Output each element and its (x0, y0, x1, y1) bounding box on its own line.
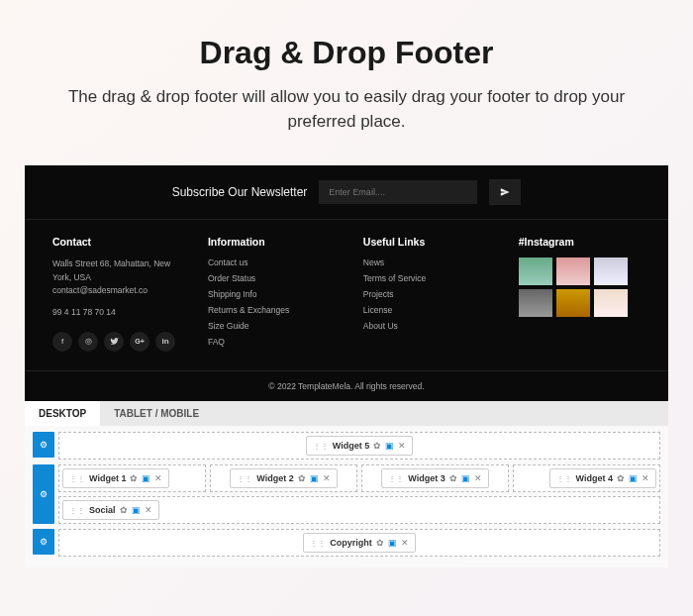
copyright-text: © 2022 TemplateMela. All rights reserved… (25, 370, 668, 401)
close-icon[interactable]: ✕ (474, 473, 482, 483)
info-link[interactable]: Order Status (208, 273, 344, 283)
instagram-tile[interactable] (594, 289, 628, 317)
widget-chip[interactable]: ⋮⋮ Copyright ✿ ▣ ✕ (303, 533, 416, 553)
instagram-icon[interactable]: ◎ (78, 332, 98, 352)
instagram-title: #Instagram (519, 236, 641, 248)
widget-label: Widget 5 (333, 441, 369, 451)
send-icon (500, 185, 510, 200)
grip-icon: ⋮⋮ (556, 474, 572, 483)
grip-icon: ⋮⋮ (237, 474, 252, 483)
useful-link[interactable]: News (363, 257, 499, 267)
linkedin-icon[interactable]: in (155, 332, 175, 352)
info-link[interactable]: Shipping Info (208, 289, 344, 299)
gear-icon[interactable]: ✿ (298, 473, 306, 483)
twitter-icon[interactable] (104, 332, 124, 352)
close-icon[interactable]: ✕ (323, 473, 331, 483)
newsletter-input[interactable] (319, 180, 477, 204)
instagram-tile[interactable] (519, 289, 552, 317)
widget-label: Social (89, 505, 116, 515)
widget-label: Widget 1 (89, 473, 126, 483)
widget-chip[interactable]: ⋮⋮ Widget 2 ✿ ▣ ✕ (230, 468, 337, 488)
dropzone[interactable]: ⋮⋮ Social ✿ ▣ ✕ (58, 496, 660, 524)
dropzone[interactable]: ⋮⋮ Widget 4 ✿ ▣ ✕ (513, 464, 660, 492)
gear-icon[interactable]: ✿ (617, 473, 625, 483)
row-handle[interactable]: ⚙ (33, 432, 54, 458)
dup-icon[interactable]: ▣ (388, 538, 397, 548)
close-icon[interactable]: ✕ (398, 441, 406, 451)
googleplus-icon[interactable]: G+ (130, 332, 149, 352)
contact-address: Walls Street 68, Mahattan, New York, USA (52, 257, 188, 284)
dup-icon[interactable]: ▣ (310, 473, 319, 483)
dropzone[interactable]: ⋮⋮ Copyright ✿ ▣ ✕ (58, 529, 660, 557)
grip-icon: ⋮⋮ (313, 442, 329, 451)
information-title: Information (208, 236, 344, 248)
page-subtitle: The drag & drop footer will allow you to… (25, 85, 668, 134)
newsletter-submit-button[interactable] (489, 179, 521, 205)
footer-col-instagram: #Instagram (519, 236, 641, 353)
widget-label: Widget 3 (408, 473, 445, 483)
dup-icon[interactable]: ▣ (629, 473, 638, 483)
contact-title: Contact (52, 236, 188, 248)
gear-icon: ⚙ (40, 440, 48, 450)
useful-title: Useful Links (363, 236, 499, 248)
close-icon[interactable]: ✕ (154, 473, 162, 483)
gear-icon[interactable]: ✿ (373, 441, 381, 451)
info-link[interactable]: FAQ (208, 337, 344, 347)
newsletter-bar: Subscribe Our Newsletter (25, 165, 668, 220)
useful-link[interactable]: Projects (363, 289, 499, 299)
gear-icon[interactable]: ✿ (120, 505, 128, 515)
useful-link[interactable]: About Us (363, 321, 499, 331)
useful-link[interactable]: License (363, 305, 499, 315)
instagram-tile[interactable] (556, 257, 590, 285)
tab-desktop[interactable]: DESKTOP (25, 401, 100, 426)
useful-link[interactable]: Terms of Service (363, 273, 499, 283)
row-handle[interactable]: ⚙ (33, 529, 54, 555)
instagram-tile[interactable] (556, 289, 590, 317)
grip-icon: ⋮⋮ (69, 474, 85, 483)
widget-chip[interactable]: ⋮⋮ Widget 3 ✿ ▣ ✕ (381, 468, 488, 488)
instagram-tile[interactable] (519, 257, 552, 285)
widget-chip[interactable]: ⋮⋮ Widget 5 ✿ ▣ ✕ (306, 436, 413, 456)
grip-icon: ⋮⋮ (310, 539, 326, 548)
widget-chip[interactable]: ⋮⋮ Widget 4 ✿ ▣ ✕ (549, 468, 656, 488)
dropzone[interactable]: ⋮⋮ Widget 5 ✿ ▣ ✕ (58, 432, 660, 460)
dup-icon[interactable]: ▣ (385, 441, 394, 451)
footer-col-information: Information Contact us Order Status Ship… (208, 236, 344, 353)
dropzone[interactable]: ⋮⋮ Widget 1 ✿ ▣ ✕ (58, 464, 206, 492)
gear-icon: ⚙ (40, 537, 48, 547)
newsletter-label: Subscribe Our Newsletter (172, 185, 308, 199)
grip-icon: ⋮⋮ (69, 506, 85, 515)
tab-tablet-mobile[interactable]: TABLET / MOBILE (100, 401, 213, 426)
row-handle[interactable]: ⚙ (33, 464, 54, 524)
widget-label: Widget 2 (256, 473, 293, 483)
dup-icon[interactable]: ▣ (132, 505, 141, 515)
widget-label: Widget 4 (576, 473, 613, 483)
instagram-tile[interactable] (594, 257, 628, 285)
builder-tabs: DESKTOP TABLET / MOBILE (25, 401, 668, 426)
widget-chip[interactable]: ⋮⋮ Widget 1 ✿ ▣ ✕ (62, 468, 169, 488)
gear-icon[interactable]: ✿ (130, 473, 138, 483)
grip-icon: ⋮⋮ (388, 474, 404, 483)
layout-builder: DESKTOP TABLET / MOBILE ⚙ ⋮⋮ Widget 5 ✿ … (25, 401, 668, 567)
footer-preview: Subscribe Our Newsletter Contact Walls S… (25, 165, 668, 401)
footer-col-useful: Useful Links News Terms of Service Proje… (363, 236, 499, 353)
info-link[interactable]: Returns & Exchanges (208, 305, 344, 315)
info-link[interactable]: Size Guide (208, 321, 344, 331)
gear-icon: ⚙ (40, 489, 48, 499)
dup-icon[interactable]: ▣ (142, 473, 150, 483)
gear-icon[interactable]: ✿ (376, 538, 384, 548)
dup-icon[interactable]: ▣ (461, 473, 470, 483)
close-icon[interactable]: ✕ (642, 473, 649, 483)
widget-chip[interactable]: ⋮⋮ Social ✿ ▣ ✕ (62, 500, 159, 520)
gear-icon[interactable]: ✿ (449, 473, 457, 483)
widget-label: Copyright (330, 538, 372, 548)
page-title: Drag & Drop Footer (25, 35, 668, 71)
dropzone[interactable]: ⋮⋮ Widget 3 ✿ ▣ ✕ (361, 464, 509, 492)
dropzone[interactable]: ⋮⋮ Widget 2 ✿ ▣ ✕ (210, 464, 357, 492)
close-icon[interactable]: ✕ (145, 505, 152, 515)
facebook-icon[interactable]: f (52, 332, 72, 352)
info-link[interactable]: Contact us (208, 257, 344, 267)
contact-phone: 99 4 11 78 70 14 (52, 306, 188, 320)
contact-email: contact@sadesmarket.co (52, 284, 188, 298)
close-icon[interactable]: ✕ (401, 538, 409, 548)
